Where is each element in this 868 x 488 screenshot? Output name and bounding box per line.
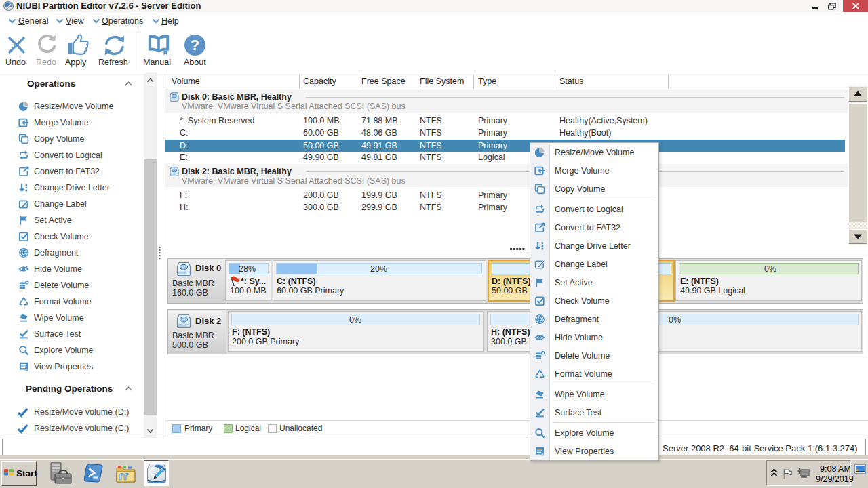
svg-text:?: ? bbox=[191, 37, 199, 54]
